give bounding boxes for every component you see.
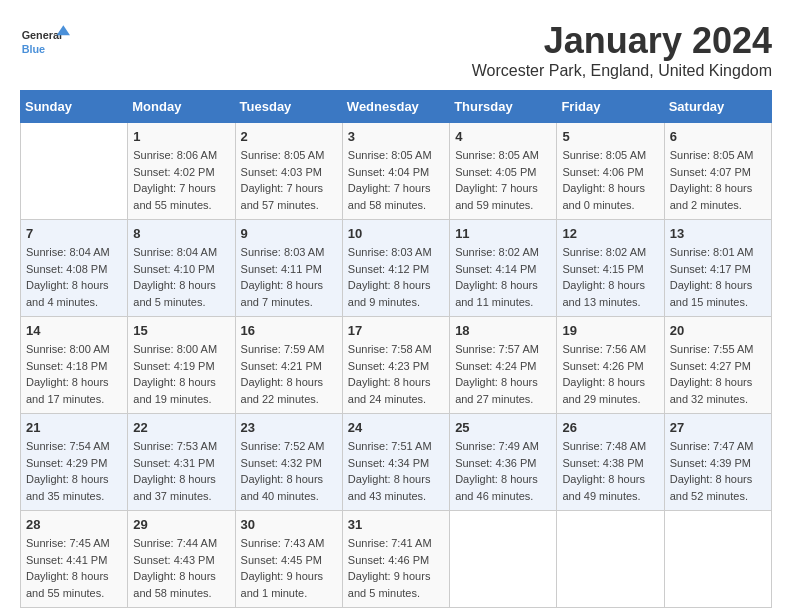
day-info: Sunrise: 7:48 AMSunset: 4:38 PMDaylight:…: [562, 440, 646, 502]
day-number: 14: [26, 323, 122, 338]
day-number: 19: [562, 323, 658, 338]
day-info: Sunrise: 7:45 AMSunset: 4:41 PMDaylight:…: [26, 537, 110, 599]
cell-1-6: 13Sunrise: 8:01 AMSunset: 4:17 PMDayligh…: [664, 220, 771, 317]
day-number: 5: [562, 129, 658, 144]
day-info: Sunrise: 7:57 AMSunset: 4:24 PMDaylight:…: [455, 343, 539, 405]
week-row-3: 14Sunrise: 8:00 AMSunset: 4:18 PMDayligh…: [21, 317, 772, 414]
header-friday: Friday: [557, 91, 664, 123]
day-info: Sunrise: 7:56 AMSunset: 4:26 PMDaylight:…: [562, 343, 646, 405]
day-info: Sunrise: 8:05 AMSunset: 4:05 PMDaylight:…: [455, 149, 539, 211]
day-number: 17: [348, 323, 444, 338]
cell-2-5: 19Sunrise: 7:56 AMSunset: 4:26 PMDayligh…: [557, 317, 664, 414]
day-number: 3: [348, 129, 444, 144]
day-info: Sunrise: 8:05 AMSunset: 4:03 PMDaylight:…: [241, 149, 325, 211]
day-info: Sunrise: 8:05 AMSunset: 4:04 PMDaylight:…: [348, 149, 432, 211]
day-info: Sunrise: 8:03 AMSunset: 4:11 PMDaylight:…: [241, 246, 325, 308]
day-info: Sunrise: 7:51 AMSunset: 4:34 PMDaylight:…: [348, 440, 432, 502]
day-number: 13: [670, 226, 766, 241]
cell-0-0: [21, 123, 128, 220]
day-number: 24: [348, 420, 444, 435]
day-number: 23: [241, 420, 337, 435]
day-info: Sunrise: 8:02 AMSunset: 4:15 PMDaylight:…: [562, 246, 646, 308]
header-tuesday: Tuesday: [235, 91, 342, 123]
cell-2-6: 20Sunrise: 7:55 AMSunset: 4:27 PMDayligh…: [664, 317, 771, 414]
cell-1-1: 8Sunrise: 8:04 AMSunset: 4:10 PMDaylight…: [128, 220, 235, 317]
cell-3-5: 26Sunrise: 7:48 AMSunset: 4:38 PMDayligh…: [557, 414, 664, 511]
day-info: Sunrise: 8:06 AMSunset: 4:02 PMDaylight:…: [133, 149, 217, 211]
cell-3-1: 22Sunrise: 7:53 AMSunset: 4:31 PMDayligh…: [128, 414, 235, 511]
day-number: 25: [455, 420, 551, 435]
cell-0-4: 4Sunrise: 8:05 AMSunset: 4:05 PMDaylight…: [450, 123, 557, 220]
day-number: 1: [133, 129, 229, 144]
day-number: 4: [455, 129, 551, 144]
day-number: 28: [26, 517, 122, 532]
day-info: Sunrise: 8:04 AMSunset: 4:08 PMDaylight:…: [26, 246, 110, 308]
day-number: 2: [241, 129, 337, 144]
cell-4-0: 28Sunrise: 7:45 AMSunset: 4:41 PMDayligh…: [21, 511, 128, 608]
cell-2-0: 14Sunrise: 8:00 AMSunset: 4:18 PMDayligh…: [21, 317, 128, 414]
cell-1-0: 7Sunrise: 8:04 AMSunset: 4:08 PMDaylight…: [21, 220, 128, 317]
title-section: January 2024 Worcester Park, England, Un…: [472, 20, 772, 80]
day-info: Sunrise: 7:59 AMSunset: 4:21 PMDaylight:…: [241, 343, 325, 405]
cell-3-4: 25Sunrise: 7:49 AMSunset: 4:36 PMDayligh…: [450, 414, 557, 511]
cell-4-6: [664, 511, 771, 608]
day-number: 26: [562, 420, 658, 435]
day-info: Sunrise: 7:41 AMSunset: 4:46 PMDaylight:…: [348, 537, 432, 599]
header-wednesday: Wednesday: [342, 91, 449, 123]
day-number: 12: [562, 226, 658, 241]
week-row-1: 1Sunrise: 8:06 AMSunset: 4:02 PMDaylight…: [21, 123, 772, 220]
day-number: 31: [348, 517, 444, 532]
logo-svg: General Blue: [20, 20, 70, 62]
cell-4-2: 30Sunrise: 7:43 AMSunset: 4:45 PMDayligh…: [235, 511, 342, 608]
cell-0-6: 6Sunrise: 8:05 AMSunset: 4:07 PMDaylight…: [664, 123, 771, 220]
cell-1-4: 11Sunrise: 8:02 AMSunset: 4:14 PMDayligh…: [450, 220, 557, 317]
cell-3-2: 23Sunrise: 7:52 AMSunset: 4:32 PMDayligh…: [235, 414, 342, 511]
header-row: Sunday Monday Tuesday Wednesday Thursday…: [21, 91, 772, 123]
cell-2-1: 15Sunrise: 8:00 AMSunset: 4:19 PMDayligh…: [128, 317, 235, 414]
day-number: 10: [348, 226, 444, 241]
page-header: General Blue January 2024 Worcester Park…: [20, 20, 772, 80]
day-number: 11: [455, 226, 551, 241]
cell-4-1: 29Sunrise: 7:44 AMSunset: 4:43 PMDayligh…: [128, 511, 235, 608]
day-number: 18: [455, 323, 551, 338]
cell-3-3: 24Sunrise: 7:51 AMSunset: 4:34 PMDayligh…: [342, 414, 449, 511]
day-info: Sunrise: 8:04 AMSunset: 4:10 PMDaylight:…: [133, 246, 217, 308]
day-info: Sunrise: 8:01 AMSunset: 4:17 PMDaylight:…: [670, 246, 754, 308]
cell-1-5: 12Sunrise: 8:02 AMSunset: 4:15 PMDayligh…: [557, 220, 664, 317]
cell-1-3: 10Sunrise: 8:03 AMSunset: 4:12 PMDayligh…: [342, 220, 449, 317]
header-thursday: Thursday: [450, 91, 557, 123]
cell-2-2: 16Sunrise: 7:59 AMSunset: 4:21 PMDayligh…: [235, 317, 342, 414]
cell-0-3: 3Sunrise: 8:05 AMSunset: 4:04 PMDaylight…: [342, 123, 449, 220]
day-info: Sunrise: 7:44 AMSunset: 4:43 PMDaylight:…: [133, 537, 217, 599]
day-info: Sunrise: 8:02 AMSunset: 4:14 PMDaylight:…: [455, 246, 539, 308]
cell-1-2: 9Sunrise: 8:03 AMSunset: 4:11 PMDaylight…: [235, 220, 342, 317]
day-number: 22: [133, 420, 229, 435]
day-info: Sunrise: 7:43 AMSunset: 4:45 PMDaylight:…: [241, 537, 325, 599]
cell-2-4: 18Sunrise: 7:57 AMSunset: 4:24 PMDayligh…: [450, 317, 557, 414]
day-number: 9: [241, 226, 337, 241]
svg-text:Blue: Blue: [22, 43, 45, 55]
day-number: 15: [133, 323, 229, 338]
day-info: Sunrise: 8:00 AMSunset: 4:18 PMDaylight:…: [26, 343, 110, 405]
svg-text:General: General: [22, 29, 62, 41]
day-number: 20: [670, 323, 766, 338]
header-monday: Monday: [128, 91, 235, 123]
day-info: Sunrise: 8:05 AMSunset: 4:07 PMDaylight:…: [670, 149, 754, 211]
day-number: 7: [26, 226, 122, 241]
day-number: 16: [241, 323, 337, 338]
calendar-title: January 2024: [472, 20, 772, 62]
cell-2-3: 17Sunrise: 7:58 AMSunset: 4:23 PMDayligh…: [342, 317, 449, 414]
day-number: 27: [670, 420, 766, 435]
cell-0-5: 5Sunrise: 8:05 AMSunset: 4:06 PMDaylight…: [557, 123, 664, 220]
day-info: Sunrise: 7:58 AMSunset: 4:23 PMDaylight:…: [348, 343, 432, 405]
day-info: Sunrise: 7:54 AMSunset: 4:29 PMDaylight:…: [26, 440, 110, 502]
cell-0-1: 1Sunrise: 8:06 AMSunset: 4:02 PMDaylight…: [128, 123, 235, 220]
cell-0-2: 2Sunrise: 8:05 AMSunset: 4:03 PMDaylight…: [235, 123, 342, 220]
week-row-5: 28Sunrise: 7:45 AMSunset: 4:41 PMDayligh…: [21, 511, 772, 608]
cell-4-3: 31Sunrise: 7:41 AMSunset: 4:46 PMDayligh…: [342, 511, 449, 608]
day-number: 29: [133, 517, 229, 532]
day-info: Sunrise: 7:53 AMSunset: 4:31 PMDaylight:…: [133, 440, 217, 502]
day-number: 21: [26, 420, 122, 435]
day-info: Sunrise: 7:47 AMSunset: 4:39 PMDaylight:…: [670, 440, 754, 502]
day-info: Sunrise: 7:49 AMSunset: 4:36 PMDaylight:…: [455, 440, 539, 502]
